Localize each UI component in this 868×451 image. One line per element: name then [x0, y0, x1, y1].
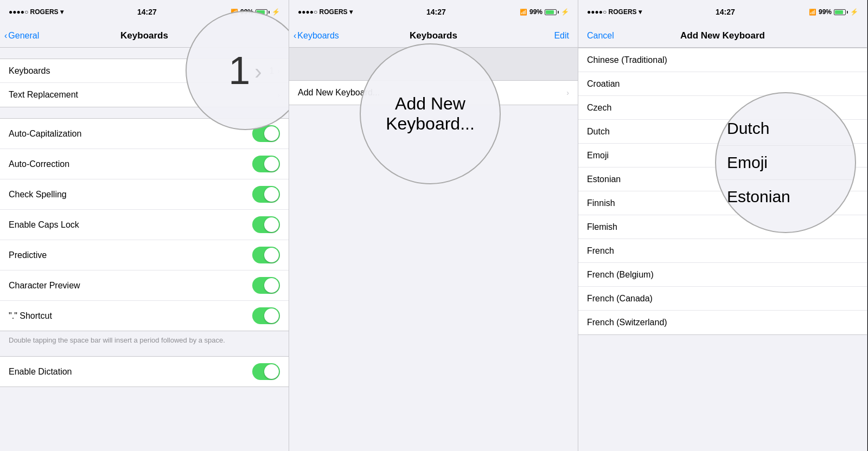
keyboards-row[interactable]: Keyboards 1 › — [0, 59, 289, 83]
carrier-text-2: ●●●●○ ROGERS ▾ — [298, 8, 353, 16]
caps-lock-toggle[interactable] — [252, 216, 280, 233]
battery-percent-1: 99% — [240, 8, 253, 16]
bluetooth-icon-3: 📶 — [809, 9, 816, 16]
battery-icon-1 — [256, 9, 270, 15]
battery-percent-3: 99% — [819, 8, 832, 16]
shortcut-row[interactable]: "." Shortcut — [0, 301, 289, 331]
carrier-text-1: ●●●●○ ROGERS ▾ — [9, 8, 63, 16]
battery-area-1: 📶 99% ⚡ — [231, 8, 280, 16]
battery-area-3: 📶 99% ⚡ — [809, 8, 858, 16]
edit-button[interactable]: Edit — [554, 31, 569, 41]
predictive-label: Predictive — [9, 250, 47, 260]
keyboards-chevron: › — [277, 67, 280, 75]
bluetooth-icon-1: 📶 — [231, 9, 238, 16]
auto-correction-row[interactable]: Auto-Correction — [0, 149, 289, 179]
text-replacement-chevron: › — [277, 91, 280, 99]
section-keyboards: Keyboards 1 › Text Replacement › — [0, 59, 289, 107]
dictation-label: Enable Dictation — [9, 367, 72, 377]
dictation-toggle[interactable] — [252, 363, 280, 380]
section-dictation: Enable Dictation — [0, 356, 289, 387]
text-replacement-label: Text Replacement — [9, 90, 78, 100]
back-label-1: General — [8, 31, 39, 41]
section-add-keyboard: Add New Keyboard... › — [289, 80, 578, 105]
auto-correct-toggle[interactable] — [252, 156, 280, 172]
auto-cap-toggle[interactable] — [252, 125, 280, 142]
shortcut-toggle[interactable] — [252, 307, 280, 324]
carrier-info-3: ●●●●○ ROGERS ▾ — [587, 8, 642, 16]
status-bar-1: ●●●●○ ROGERS ▾ 14:27 📶 99% ⚡ — [0, 0, 289, 24]
keyboards-count: 1 — [269, 66, 274, 76]
back-chevron-2: ‹ — [293, 31, 296, 41]
languages-list: Chinese (Traditional) Croatian Czech Dut… — [578, 48, 867, 335]
predictive-toggle[interactable] — [252, 247, 280, 263]
section-toggles: Auto-Capitalization Auto-Correction Chec… — [0, 118, 289, 331]
lang-french-canada[interactable]: French (Canada) — [578, 287, 867, 311]
status-bar-3: ●●●●○ ROGERS ▾ 14:27 📶 99% ⚡ — [578, 0, 867, 24]
lang-emoji[interactable]: Emoji — [578, 144, 867, 167]
check-spelling-toggle[interactable] — [252, 186, 280, 203]
back-label-2: Keyboards — [297, 31, 339, 41]
add-keyboard-label: Add New Keyboard... — [298, 88, 380, 98]
dictation-row[interactable]: Enable Dictation — [0, 357, 289, 386]
check-spelling-label: Check Spelling — [9, 190, 67, 199]
auto-correct-label: Auto-Correction — [9, 159, 69, 169]
add-keyboard-row[interactable]: Add New Keyboard... › — [289, 81, 578, 105]
lang-croatian[interactable]: Croatian — [578, 72, 867, 96]
lang-french[interactable]: French — [578, 239, 867, 263]
nav-bar-1: ‹ General Keyboards — [0, 24, 289, 48]
auto-cap-label: Auto-Capitalization — [9, 129, 81, 139]
back-button-1[interactable]: ‹ General — [4, 31, 39, 41]
shortcut-footer: Double tapping the space bar will insert… — [0, 331, 289, 350]
char-preview-toggle[interactable] — [252, 277, 280, 294]
add-keyboard-chevron: › — [566, 88, 569, 97]
char-preview-label: Character Preview — [9, 281, 80, 291]
auto-capitalization-row[interactable]: Auto-Capitalization — [0, 119, 289, 149]
charging-icon-1: ⚡ — [272, 8, 280, 16]
lang-finnish[interactable]: Finnish — [578, 191, 867, 215]
lang-estonian[interactable]: Estonian — [578, 167, 867, 191]
back-button-2[interactable]: ‹ Keyboards — [293, 31, 339, 41]
bluetooth-icon-2: 📶 — [520, 9, 527, 16]
status-bar-2: ●●●●○ ROGERS ▾ 14:27 📶 99% ⚡ — [289, 0, 578, 24]
time-2: 14:27 — [426, 8, 446, 16]
cancel-button[interactable]: Cancel — [587, 31, 614, 41]
lang-czech[interactable]: Czech — [578, 96, 867, 120]
carrier-text-3: ●●●●○ ROGERS ▾ — [587, 8, 642, 16]
lang-french-belgium[interactable]: French (Belgium) — [578, 263, 867, 287]
keyboards-label: Keyboards — [9, 66, 50, 76]
panel-add-keyboard: ●●●●○ ROGERS ▾ 14:27 📶 99% ⚡ Cancel Add … — [578, 0, 867, 451]
time-1: 14:27 — [137, 8, 157, 16]
carrier-info-2: ●●●●○ ROGERS ▾ — [298, 8, 353, 16]
predictive-row[interactable]: Predictive — [0, 240, 289, 270]
nav-bar-3: Cancel Add New Keyboard — [578, 24, 867, 48]
charging-icon-2: ⚡ — [561, 8, 569, 16]
nav-bar-2: ‹ Keyboards Keyboards Edit — [289, 24, 578, 48]
time-3: 14:27 — [716, 8, 735, 16]
charging-icon-3: ⚡ — [850, 8, 858, 16]
caps-lock-row[interactable]: Enable Caps Lock — [0, 210, 289, 240]
lang-dutch[interactable]: Dutch — [578, 120, 867, 144]
battery-percent-2: 99% — [529, 8, 542, 16]
caps-lock-label: Enable Caps Lock — [9, 220, 79, 230]
lang-flemish[interactable]: Flemish — [578, 215, 867, 239]
nav-title-1: Keyboards — [120, 30, 168, 41]
battery-icon-2 — [545, 9, 559, 15]
check-spelling-row[interactable]: Check Spelling — [0, 179, 289, 210]
battery-icon-3 — [834, 9, 848, 15]
keyboards-value: 1 › — [269, 66, 280, 76]
char-preview-row[interactable]: Character Preview — [0, 270, 289, 301]
lang-chinese-traditional[interactable]: Chinese (Traditional) — [578, 48, 867, 72]
text-replacement-value: › — [277, 91, 280, 99]
nav-title-2: Keyboards — [410, 30, 457, 41]
lang-french-switzerland[interactable]: French (Switzerland) — [578, 311, 867, 334]
shortcut-label: "." Shortcut — [9, 311, 52, 321]
carrier-info-1: ●●●●○ ROGERS ▾ — [9, 8, 63, 16]
text-replacement-row[interactable]: Text Replacement › — [0, 83, 289, 107]
back-chevron-1: ‹ — [4, 31, 7, 41]
panel-keyboards-settings: ●●●●○ ROGERS ▾ 14:27 📶 99% ⚡ ‹ General K… — [0, 0, 289, 451]
battery-area-2: 📶 99% ⚡ — [520, 8, 569, 16]
add-keyboard-value: › — [566, 88, 569, 97]
nav-title-3: Add New Keyboard — [680, 30, 765, 41]
keyboards-list-section — [289, 48, 578, 80]
panel-keyboards-list: ●●●●○ ROGERS ▾ 14:27 📶 99% ⚡ ‹ Keyboards… — [289, 0, 578, 451]
